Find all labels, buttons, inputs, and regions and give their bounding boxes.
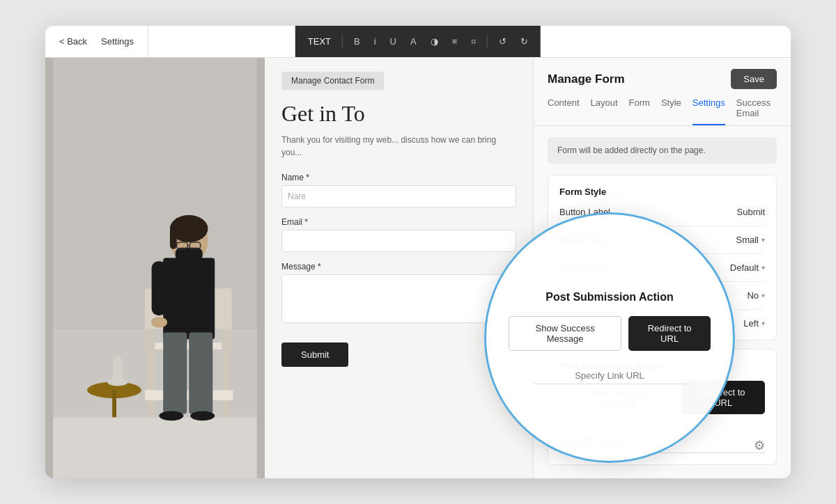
svg-rect-4	[112, 390, 116, 417]
svg-rect-16	[170, 228, 177, 249]
circle-url-input[interactable]	[533, 368, 686, 384]
circle-show-success-btn[interactable]: Show Success Message	[509, 316, 621, 351]
info-box: Form will be added directly on the page.	[548, 137, 777, 164]
svg-point-24	[159, 411, 183, 421]
save-button[interactable]: Save	[731, 69, 777, 89]
form-side: Manage Contact Form Get in To Thank you …	[265, 58, 533, 478]
circle-overlay: Post Submission Action Show Success Mess…	[484, 212, 735, 463]
chevron-icon4: ▾	[761, 320, 765, 327]
circle-redirect-btn[interactable]: Redirect to URL	[628, 316, 711, 351]
submit-button[interactable]: Submit	[281, 342, 348, 367]
link-tool[interactable]: ⌗	[467, 33, 480, 50]
tab-form[interactable]: Form	[629, 97, 650, 125]
email-field-group: Email *	[281, 217, 516, 252]
tab-settings[interactable]: Settings	[692, 97, 725, 125]
settings-label: Settings	[95, 33, 139, 49]
back-label: < Back	[59, 36, 87, 47]
photo-side	[45, 58, 265, 478]
canvas-area: Manage Contact Form Get in To Thank you …	[45, 58, 533, 478]
color-tool[interactable]: A	[406, 33, 421, 49]
name-field-group: Name *	[281, 173, 516, 207]
name-label: Name *	[281, 173, 516, 182]
redo-tool[interactable]: ↻	[516, 33, 532, 49]
form-subtext: Thank you for visiting my web... discuss…	[281, 134, 516, 159]
svg-rect-20	[152, 261, 167, 315]
canvas-bg: Manage Contact Form Get in To Thank you …	[45, 58, 533, 478]
tab-content[interactable]: Content	[548, 97, 580, 125]
form-style-title: Form Style	[559, 187, 765, 197]
italic-tool[interactable]: i	[370, 33, 380, 49]
alignment-value[interactable]: No ▾	[747, 290, 765, 301]
message-label: Message *	[281, 262, 516, 271]
position-value[interactable]: Left ▾	[743, 318, 765, 329]
message-field-group: Message *	[281, 262, 516, 326]
text-tool[interactable]: TEXT	[304, 33, 335, 49]
chevron-icon2: ▾	[761, 264, 765, 271]
svg-rect-23	[189, 333, 212, 414]
list-tool[interactable]: ≡	[448, 33, 462, 49]
email-input[interactable]	[281, 230, 516, 252]
svg-point-21	[151, 317, 167, 328]
svg-point-25	[190, 411, 215, 421]
button-size-value[interactable]: Small ▾	[736, 235, 765, 245]
svg-rect-6	[113, 356, 123, 384]
message-input[interactable]	[281, 274, 516, 323]
svg-rect-1	[53, 417, 256, 478]
contrast-tool[interactable]: ◑	[426, 33, 442, 49]
button-label-value: Submit	[737, 207, 765, 217]
main-window: < Back Settings TEXT B i U A ◑ ≡ ⌗ ↺ ↻	[45, 26, 791, 478]
person-illustration	[45, 58, 265, 478]
panel-title: Manage Form	[548, 72, 625, 86]
tab-layout[interactable]: Layout	[591, 97, 618, 125]
form-heading: Get in To	[281, 101, 516, 127]
gear-icon[interactable]: ⚙	[754, 438, 765, 453]
name-input[interactable]	[281, 185, 516, 207]
toolbar-center: TEXT B i U A ◑ ≡ ⌗ ↺ ↻	[295, 26, 541, 57]
undo-tool[interactable]: ↺	[495, 33, 511, 49]
circle-submission-buttons: Show Success Message Redirect to URL	[509, 316, 711, 351]
svg-rect-8	[148, 349, 155, 417]
svg-rect-9	[223, 349, 230, 417]
tab-style[interactable]: Style	[661, 97, 681, 125]
svg-rect-19	[176, 248, 203, 261]
circle-post-submission-title: Post Submission Action	[545, 291, 673, 304]
svg-rect-17	[163, 258, 215, 339]
toolbar: < Back Settings TEXT B i U A ◑ ≡ ⌗ ↺ ↻	[45, 26, 791, 58]
panel-header: Manage Form Save	[534, 58, 791, 89]
manage-contact-btn[interactable]: Manage Contact Form	[281, 72, 384, 90]
bold-tool[interactable]: B	[350, 33, 364, 49]
chevron-icon3: ▾	[761, 292, 765, 299]
toolbar-left: < Back Settings	[45, 26, 148, 57]
back-button[interactable]: < Back	[54, 33, 93, 49]
svg-rect-22	[163, 333, 187, 414]
divider2	[487, 35, 488, 49]
tab-success-email[interactable]: Success Email	[736, 97, 777, 125]
underline-tool[interactable]: U	[386, 33, 401, 49]
panel-tabs: Content Layout Form Style Settings Succe…	[534, 89, 791, 126]
button-style-value[interactable]: Default ▾	[730, 262, 765, 273]
chevron-icon: ▾	[761, 236, 765, 244]
divider	[342, 35, 343, 49]
email-label: Email *	[281, 217, 516, 227]
